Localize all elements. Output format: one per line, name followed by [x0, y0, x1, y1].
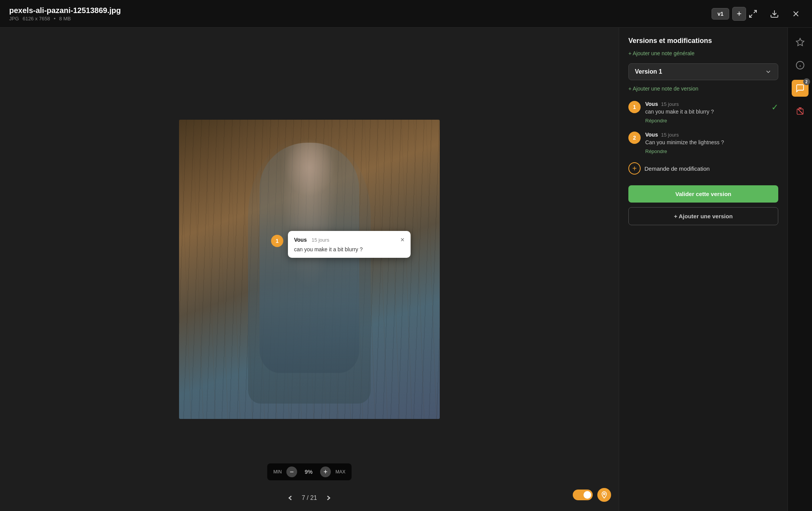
popup-message: can you make it a bit blurry ? — [294, 246, 404, 252]
chat-icon-btn[interactable]: 2 — [792, 80, 809, 97]
zoom-min-label: MIN — [273, 469, 282, 475]
comment-item-1: 1 Vous 15 jours can you make it a bit bl… — [628, 101, 778, 124]
file-meta: JPG 6126 x 7658 • 8 MB — [9, 16, 712, 21]
chat-icon — [796, 84, 805, 93]
comment-header-2: Vous 15 jours — [645, 132, 778, 138]
comment-text-1: can you make it a bit blurry ? — [645, 109, 767, 115]
add-modification-btn[interactable]: + Demande de modification — [628, 162, 778, 175]
prev-image-btn[interactable] — [286, 494, 294, 502]
chat-badge: 2 — [803, 78, 810, 85]
add-mod-label: Demande de modification — [644, 165, 710, 172]
popup-header: Vous 15 jours × — [294, 236, 404, 243]
toggle-switch[interactable] — [573, 490, 593, 500]
zoom-max-label: MAX — [335, 469, 345, 475]
pin-icon — [600, 491, 608, 499]
svg-marker-6 — [796, 38, 804, 46]
svg-line-1 — [750, 15, 752, 17]
comment-body-2: Vous 15 jours Can you minimize the light… — [645, 132, 778, 155]
image-area: 1 Vous 15 jours × can you make it a bit … — [0, 28, 619, 511]
header-center: v1 + — [712, 7, 746, 21]
validate-version-btn[interactable]: Valider cette version — [628, 185, 778, 203]
zoom-decrease-btn[interactable]: − — [286, 466, 297, 477]
file-size: 8 MB — [59, 16, 71, 21]
popup-time: 15 jours — [312, 237, 329, 243]
marker-circle-1[interactable]: 1 — [271, 235, 283, 247]
version-selector[interactable]: Version 1 — [628, 63, 778, 80]
main-image — [179, 120, 440, 419]
comment-check-icon-1[interactable]: ✓ — [771, 102, 778, 112]
file-dimensions: 6126 x 7658 — [23, 16, 50, 21]
version-selector-label: Version 1 — [635, 68, 662, 75]
pin-icon-btn[interactable] — [597, 488, 611, 502]
download-icon — [770, 9, 779, 18]
add-version-sidebar-btn[interactable]: + Ajouter une version — [628, 207, 778, 225]
header: pexels-ali-pazani-12513869.jpg JPG 6126 … — [0, 0, 812, 28]
info-icon-btn[interactable] — [792, 57, 809, 74]
comment-reply-2-btn[interactable]: Répondre — [645, 148, 667, 154]
reject-icon-btn[interactable] — [792, 103, 809, 120]
popup-author: Vous — [294, 237, 307, 243]
sidebar-title: Versions et modifications — [628, 37, 778, 45]
svg-point-5 — [603, 493, 605, 495]
header-left: pexels-ali-pazani-12513869.jpg JPG 6126 … — [9, 6, 712, 21]
zoom-controls: MIN − 9% + MAX — [267, 463, 352, 480]
file-separator: • — [54, 16, 56, 21]
download-btn[interactable] — [768, 7, 781, 21]
add-version-note-btn[interactable]: + Ajouter une note de version — [628, 86, 778, 92]
zoom-increase-btn[interactable]: + — [320, 466, 331, 477]
nav-counter: 7 / 21 — [302, 495, 317, 501]
next-image-btn[interactable] — [325, 494, 332, 502]
popup-author-row: Vous 15 jours — [294, 236, 329, 243]
main-content: 1 Vous 15 jours × can you make it a bit … — [0, 28, 812, 511]
comment-text-2: Can you minimize the lightness ? — [645, 139, 778, 145]
add-version-header-btn[interactable]: + — [732, 7, 746, 21]
chevron-down-icon — [765, 68, 772, 75]
annotation-marker-1[interactable]: 1 Vous 15 jours × can you make it a bit … — [271, 235, 283, 247]
comment-reply-1-btn[interactable]: Répondre — [645, 118, 667, 124]
bottom-right-controls — [573, 488, 619, 502]
comment-author-2: Vous — [645, 132, 658, 138]
right-panel: 2 — [787, 28, 812, 511]
comment-body-1: Vous 15 jours can you make it a bit blur… — [645, 101, 767, 124]
reject-icon — [796, 107, 805, 116]
header-right — [746, 7, 803, 21]
star-icon — [796, 38, 805, 47]
annotation-popup: Vous 15 jours × can you make it a bit bl… — [288, 231, 411, 258]
fullscreen-btn[interactable] — [746, 7, 760, 21]
comment-header-1: Vous 15 jours — [645, 101, 767, 107]
comment-number-2: 2 — [628, 132, 641, 144]
version-badge-btn[interactable]: v1 — [712, 8, 729, 20]
zoom-value: 9% — [302, 469, 316, 475]
comment-author-1: Vous — [645, 101, 658, 107]
comment-time-2: 15 jours — [661, 132, 679, 138]
popup-close-btn[interactable]: × — [400, 236, 404, 243]
fullscreen-icon — [748, 9, 758, 18]
add-general-note-btn[interactable]: + Ajouter une note générale — [628, 50, 778, 56]
close-btn[interactable] — [789, 7, 803, 21]
add-version-sidebar-label: + Ajouter une version — [674, 213, 733, 219]
info-icon — [796, 61, 805, 70]
comment-number-1: 1 — [628, 101, 641, 113]
next-icon — [325, 494, 332, 502]
add-mod-circle: + — [628, 162, 641, 175]
file-format: JPG — [9, 16, 19, 21]
prev-icon — [286, 494, 294, 502]
file-name: pexels-ali-pazani-12513869.jpg — [9, 6, 712, 15]
comment-item-2: 2 Vous 15 jours Can you minimize the lig… — [628, 132, 778, 155]
svg-line-0 — [754, 10, 756, 13]
comment-time-1: 15 jours — [661, 101, 679, 107]
close-icon — [791, 9, 800, 18]
star-icon-btn[interactable] — [792, 34, 809, 51]
sidebar: Versions et modifications + Ajouter une … — [619, 28, 787, 511]
image-navigation: 7 / 21 — [286, 494, 332, 502]
image-wrapper: 1 Vous 15 jours × can you make it a bit … — [179, 120, 440, 419]
